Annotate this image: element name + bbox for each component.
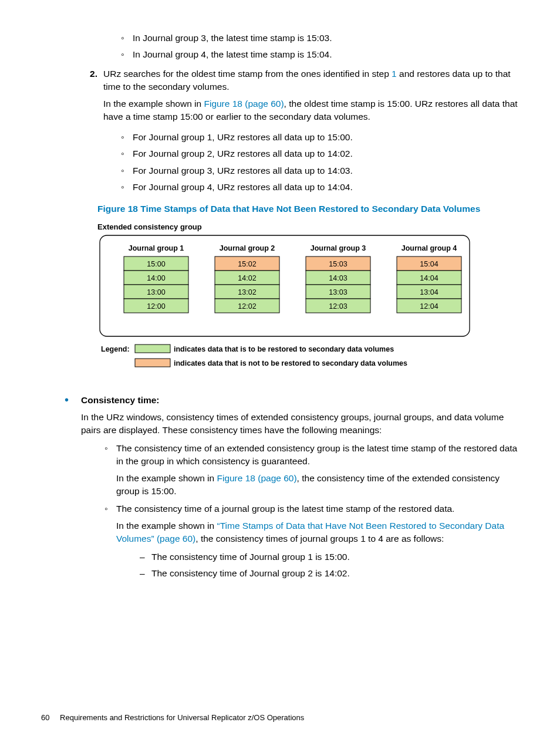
- svg-text:14:00: 14:00: [147, 274, 165, 282]
- text: , the consistency times of journal group…: [195, 534, 444, 544]
- sub-item: For Journal group 1, URz restores all da…: [116, 131, 519, 144]
- text: The consistency time of Journal group 2 …: [151, 568, 350, 578]
- text: In the example shown in: [103, 99, 204, 109]
- svg-text:14:04: 14:04: [420, 274, 438, 282]
- svg-text:12:02: 12:02: [238, 302, 256, 310]
- figure18: Extended consistency group Journal group…: [97, 221, 519, 380]
- text: The consistency time of a journal group …: [116, 504, 454, 514]
- ecg-title: Extended consistency group: [97, 222, 202, 231]
- step-2: 2. URz searches for the oldest time stam…: [79, 67, 519, 129]
- text: In Journal group 3, the latest time stam…: [133, 33, 332, 43]
- svg-text:Legend:: Legend:: [101, 345, 130, 353]
- link-figure18-b[interactable]: Figure 18 (page 60): [217, 473, 296, 483]
- svg-text:13:03: 13:03: [329, 288, 347, 296]
- sub-item: In Journal group 4, the latest time stam…: [116, 48, 519, 61]
- svg-rect-39: [135, 345, 170, 353]
- top-sublist: In Journal group 3, the latest time stam…: [97, 32, 519, 62]
- svg-text:13:00: 13:00: [147, 288, 165, 296]
- text: For Journal group 3, URz restores all da…: [133, 166, 353, 175]
- ct-item2-para: In the example shown in “Time Stamps of …: [116, 519, 519, 546]
- text: URz searches for the oldest time stamp f…: [103, 69, 392, 79]
- svg-text:14:02: 14:02: [238, 274, 256, 282]
- text: The consistency time of an extended cons…: [116, 443, 517, 466]
- ct-sublist: The consistency time of an extended cons…: [81, 442, 519, 580]
- svg-text:15:02: 15:02: [238, 260, 256, 268]
- text: For Journal group 2, URz restores all da…: [133, 148, 353, 158]
- ct-item1-para: In the example shown in Figure 18 (page …: [116, 472, 519, 498]
- link-figure18[interactable]: Figure 18 (page 60): [204, 99, 284, 109]
- ct-item2-dashlist: The consistency time of Journal group 1 …: [116, 551, 519, 580]
- step-para2: In the example shown in Figure 18 (page …: [103, 97, 519, 124]
- ct-para: In the URz windows, consistency times of…: [81, 411, 519, 437]
- sub-item: For Journal group 2, URz restores all da…: [116, 147, 519, 160]
- svg-text:12:00: 12:00: [147, 302, 165, 310]
- svg-text:indicates data that is to be r: indicates data that is to be restored to…: [174, 345, 394, 353]
- svg-text:12:04: 12:04: [420, 302, 438, 310]
- svg-text:Journal group 3: Journal group 3: [311, 244, 366, 252]
- text: For Journal group 1, URz restores all da…: [133, 132, 353, 142]
- sub-item: In Journal group 3, the latest time stam…: [116, 32, 519, 45]
- dash-item: The consistency time of Journal group 2 …: [136, 567, 519, 580]
- step-text: URz searches for the oldest time stamp f…: [103, 67, 519, 129]
- sub-item: For Journal group 3, URz restores all da…: [116, 164, 519, 177]
- svg-text:13:04: 13:04: [420, 288, 438, 296]
- svg-text:15:03: 15:03: [329, 260, 347, 268]
- svg-text:15:00: 15:00: [147, 260, 165, 268]
- svg-text:12:03: 12:03: [329, 302, 347, 310]
- sub-item: The consistency time of a journal group …: [100, 502, 519, 580]
- bullet-icon: •: [65, 394, 81, 407]
- heading-text: Consistency time:: [81, 394, 519, 407]
- dash-item: The consistency time of Journal group 1 …: [136, 551, 519, 563]
- svg-rect-41: [135, 359, 170, 367]
- svg-text:14:03: 14:03: [329, 274, 347, 282]
- svg-text:Journal group 4: Journal group 4: [402, 244, 457, 252]
- svg-text:indicates data that is not to : indicates data that is not to be restore…: [174, 359, 407, 367]
- text: In the example shown in: [116, 521, 217, 531]
- link-step1[interactable]: 1: [392, 69, 397, 79]
- figure-caption: Figure 18 Time Stamps of Data that Have …: [97, 202, 519, 215]
- sub-item: The consistency time of an extended cons…: [100, 442, 519, 498]
- svg-text:13:02: 13:02: [238, 288, 256, 296]
- text: The consistency time of Journal group 1 …: [151, 552, 350, 562]
- svg-text:15:04: 15:04: [420, 260, 438, 268]
- svg-text:Journal group 2: Journal group 2: [220, 244, 275, 252]
- consistency-time-heading: • Consistency time:: [65, 394, 519, 407]
- sub-item: For Journal group 4, URz restores all da…: [116, 181, 519, 194]
- text: For Journal group 4, URz restores all da…: [133, 182, 353, 192]
- text: In Journal group 4, the latest time stam…: [133, 49, 332, 59]
- text: In the example shown in: [116, 473, 217, 483]
- svg-text:Journal group 1: Journal group 1: [129, 244, 184, 252]
- step-marker: 2.: [79, 67, 103, 129]
- step2-sublist: For Journal group 1, URz restores all da…: [97, 131, 519, 194]
